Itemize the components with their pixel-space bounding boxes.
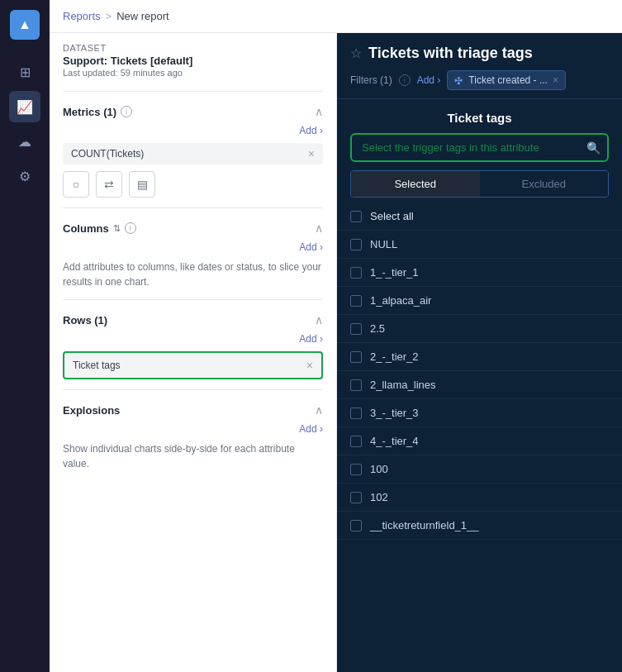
divider-1	[63, 91, 323, 92]
checkbox[interactable]	[350, 436, 362, 447]
metric-icon-btn-2[interactable]: ⇄	[96, 171, 122, 198]
explosions-add-row: Add ›	[63, 423, 323, 435]
list-item[interactable]: 100	[337, 455, 622, 484]
list-item-label: 2_-_tier_2	[370, 350, 419, 363]
list-item-label: Select all	[370, 210, 414, 222]
list-item[interactable]: 3_-_tier_3	[337, 399, 622, 427]
row-tag-remove-button[interactable]: ×	[306, 360, 313, 371]
filters-add-button[interactable]: Add ›	[417, 74, 441, 86]
rows-add-button[interactable]: Add ›	[299, 333, 323, 345]
columns-title-row: Columns ⇅ i	[63, 222, 136, 235]
columns-collapse-button[interactable]: ∧	[315, 222, 323, 235]
metric-tag-remove-button[interactable]: ×	[308, 148, 315, 160]
columns-header: Columns ⇅ i ∧	[63, 222, 323, 235]
metrics-title-row: Metrics (1) i	[63, 106, 132, 118]
search-input[interactable]	[350, 133, 609, 162]
row-tag-label: Ticket tags	[73, 360, 121, 371]
list-item-label: 1_-_tier_1	[370, 266, 419, 279]
divider-2	[63, 207, 323, 208]
list-item[interactable]: 1_alpaca_air	[337, 287, 622, 315]
columns-add-row: Add ›	[63, 241, 323, 253]
list-item[interactable]: NULL	[337, 231, 622, 259]
filter-chip-remove-button[interactable]: ×	[553, 74, 558, 86]
columns-section: Columns ⇅ i ∧ Add › Add attributes to co…	[63, 222, 323, 289]
metric-tag-count[interactable]: COUNT(Tickets) ×	[63, 143, 323, 164]
filters-info-icon[interactable]: i	[399, 74, 411, 86]
explosions-empty-text: Show individual charts side-by-side for …	[63, 441, 323, 471]
logo-icon: ▲	[18, 17, 31, 32]
nav-icon-dashboard[interactable]: ⊞	[9, 56, 40, 88]
filter-chip-label: Ticket created - ...	[468, 74, 548, 86]
list-item[interactable]: 102	[337, 484, 622, 512]
list-item[interactable]: 4_-_tier_4	[337, 427, 622, 455]
right-panel-header: ☆ Tickets with triage tags	[337, 33, 622, 70]
columns-title: Columns	[63, 222, 109, 235]
toggle-row: Selected Excluded	[350, 170, 609, 198]
report-title-area: ☆ Tickets with triage tags	[350, 45, 533, 62]
breadcrumb-separator: >	[106, 10, 112, 22]
explosions-section: Explosions ∧ Add › Show individual chart…	[63, 403, 323, 471]
nav-icon-cloud[interactable]: ☁	[9, 126, 40, 157]
checkbox[interactable]	[350, 295, 362, 307]
checkbox[interactable]	[350, 464, 362, 475]
explosions-title-row: Explosions	[63, 404, 120, 417]
list-item-label: 102	[370, 491, 388, 503]
metrics-add-button[interactable]: Add ›	[299, 125, 323, 136]
explosions-add-button[interactable]: Add ›	[299, 423, 323, 435]
list-item[interactable]: 2_llama_lines	[337, 371, 622, 399]
divider-3	[63, 299, 323, 300]
checkbox[interactable]	[350, 267, 362, 279]
checkbox[interactable]	[350, 351, 362, 363]
columns-sort-icon: ⇅	[113, 223, 121, 234]
list-item[interactable]: 2.5	[337, 315, 622, 343]
metric-icon-btn-1[interactable]: ○	[63, 171, 89, 198]
nav-icon-analytics[interactable]: 📈	[9, 91, 40, 122]
list-item-label: 100	[370, 463, 388, 475]
left-nav: ▲ ⊞ 📈 ☁ ⚙	[0, 0, 50, 672]
filters-label: Filters (1)	[350, 74, 392, 86]
list-item-label: 1_alpaca_air	[370, 294, 431, 307]
items-list: Select allNULL1_-_tier_11_alpaca_air2.52…	[337, 203, 622, 672]
star-icon[interactable]: ☆	[350, 45, 362, 61]
nav-logo[interactable]: ▲	[10, 10, 40, 40]
metrics-section: Metrics (1) i ∧ Add › COUNT(Tickets) × ○…	[63, 105, 323, 198]
metrics-collapse-button[interactable]: ∧	[315, 105, 323, 118]
metrics-title: Metrics (1)	[63, 106, 116, 118]
breadcrumb-reports[interactable]: Reports	[63, 10, 101, 22]
content-area: Dataset Support: Tickets [default] Last …	[50, 33, 622, 672]
metrics-header: Metrics (1) i ∧	[63, 105, 323, 118]
toggle-excluded-button[interactable]: Excluded	[480, 171, 609, 197]
columns-add-button[interactable]: Add ›	[299, 241, 323, 253]
checkbox[interactable]	[350, 323, 362, 335]
metrics-icon-row: ○ ⇄ ▤	[63, 171, 323, 198]
nav-icon-settings[interactable]: ⚙	[9, 160, 40, 192]
checkbox[interactable]	[350, 211, 362, 222]
checkbox[interactable]	[350, 239, 362, 250]
rows-section: Rows (1) ∧ Add › Ticket tags ×	[63, 313, 323, 379]
checkbox[interactable]	[350, 379, 362, 391]
report-title: Tickets with triage tags	[368, 45, 533, 62]
checkbox[interactable]	[350, 520, 362, 531]
explosions-collapse-button[interactable]: ∧	[315, 403, 323, 417]
right-panel: ☆ Tickets with triage tags Filters (1) i…	[337, 33, 622, 672]
metric-icon-btn-3[interactable]: ▤	[129, 171, 155, 198]
toggle-selected-button[interactable]: Selected	[351, 171, 480, 197]
filter-chip-ticket-created[interactable]: ⧾ Ticket created - ... ×	[447, 70, 566, 90]
explosions-title: Explosions	[63, 404, 120, 417]
columns-info-icon[interactable]: i	[125, 222, 136, 234]
rows-collapse-button[interactable]: ∧	[315, 313, 323, 326]
breadcrumb: Reports > New report	[50, 0, 622, 33]
list-item[interactable]: __ticketreturnfield_1__	[337, 512, 622, 540]
list-item[interactable]: 1_-_tier_1	[337, 259, 622, 287]
list-item[interactable]: Select all	[337, 203, 622, 231]
columns-empty-text: Add attributes to columns, like dates or…	[63, 260, 323, 289]
checkbox[interactable]	[350, 407, 362, 419]
metric-tag-label: COUNT(Tickets)	[71, 148, 144, 160]
metrics-info-icon[interactable]: i	[121, 106, 132, 117]
list-item[interactable]: 2_-_tier_2	[337, 343, 622, 371]
dashboard-icon: ⊞	[20, 64, 31, 80]
list-item-label: __ticketreturnfield_1__	[370, 519, 479, 531]
list-item-label: 2_llama_lines	[370, 379, 436, 391]
row-tag-ticket-tags[interactable]: Ticket tags ×	[63, 351, 323, 379]
checkbox[interactable]	[350, 492, 362, 503]
